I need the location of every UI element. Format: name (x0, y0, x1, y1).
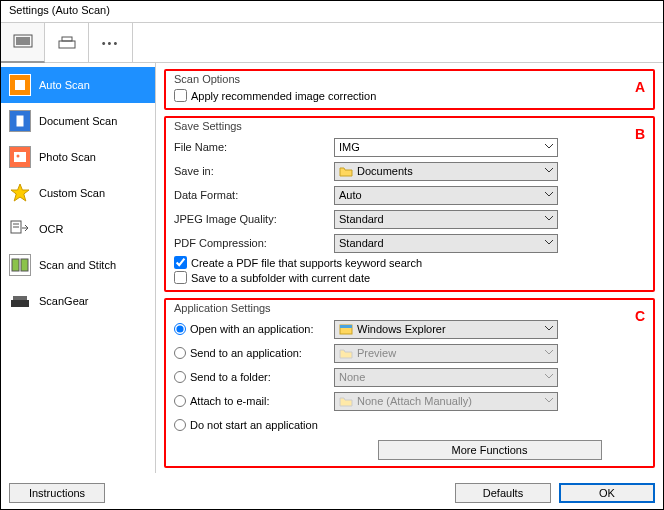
open-with-value: Windows Explorer (357, 323, 446, 335)
send-folder-select[interactable]: None (334, 368, 558, 387)
apply-correction-checkbox[interactable] (174, 89, 187, 102)
svg-rect-2 (59, 41, 75, 48)
send-folder-radio[interactable] (174, 371, 186, 383)
scan-options-legend: Scan Options (174, 73, 240, 85)
svg-rect-3 (62, 37, 72, 41)
chevron-down-icon (544, 165, 554, 175)
footer: Instructions Defaults OK (9, 483, 655, 503)
send-folder-label: Send to a folder: (190, 371, 271, 383)
sidebar-item-document-scan[interactable]: Document Scan (1, 103, 155, 139)
sidebar-item-label: ScanGear (39, 295, 89, 307)
open-with-label: Open with an application: (190, 323, 314, 335)
chevron-down-icon (544, 395, 554, 405)
save-in-label: Save in: (174, 165, 334, 177)
data-format-label: Data Format: (174, 189, 334, 201)
sidebar-item-auto-scan[interactable]: Auto Scan (1, 67, 155, 103)
pdf-compression-label: PDF Compression: (174, 237, 334, 249)
svg-rect-6 (14, 152, 26, 162)
keyword-search-checkbox[interactable] (174, 256, 187, 269)
jpeg-quality-select[interactable]: Standard (334, 210, 558, 229)
scangear-icon (9, 290, 31, 312)
toolbar-tab-source[interactable] (1, 23, 45, 63)
sidebar-item-photo-scan[interactable]: Photo Scan (1, 139, 155, 175)
ellipsis-icon: ••• (102, 37, 120, 49)
sidebar-item-label: Auto Scan (39, 79, 90, 91)
folder-icon (339, 348, 353, 359)
application-settings-group: Application Settings C Open with an appl… (164, 298, 655, 468)
ok-button[interactable]: OK (559, 483, 655, 503)
sidebar-item-label: Photo Scan (39, 151, 96, 163)
pdf-compression-select[interactable]: Standard (334, 234, 558, 253)
chevron-down-icon (544, 347, 554, 357)
ocr-icon (9, 218, 31, 240)
attach-email-value: None (Attach Manually) (357, 395, 472, 407)
jpeg-quality-label: JPEG Image Quality: (174, 213, 334, 225)
settings-window: Settings (Auto Scan) ••• Auto Scan Docu (0, 0, 664, 510)
document-scan-icon (9, 110, 31, 132)
pdf-compression-value: Standard (339, 237, 384, 249)
sidebar-item-scan-stitch[interactable]: Scan and Stitch (1, 247, 155, 283)
toolbar-tab-printer[interactable] (45, 23, 89, 63)
sidebar-item-custom-scan[interactable]: Custom Scan (1, 175, 155, 211)
file-name-label: File Name: (174, 141, 334, 153)
explorer-icon (339, 324, 353, 335)
svg-rect-4 (15, 80, 25, 90)
jpeg-quality-value: Standard (339, 213, 384, 225)
chevron-down-icon (544, 371, 554, 381)
data-format-select[interactable]: Auto (334, 186, 558, 205)
send-app-radio[interactable] (174, 347, 186, 359)
app-settings-legend: Application Settings (174, 302, 271, 314)
svg-rect-17 (340, 325, 352, 328)
folder-icon (339, 396, 353, 407)
sidebar: Auto Scan Document Scan Photo Scan Custo… (1, 63, 156, 473)
svg-rect-1 (16, 37, 30, 45)
send-app-select[interactable]: Preview (334, 344, 558, 363)
open-with-radio[interactable] (174, 323, 186, 335)
sidebar-item-ocr[interactable]: OCR (1, 211, 155, 247)
svg-rect-5 (16, 115, 24, 127)
sidebar-item-label: OCR (39, 223, 63, 235)
attach-email-label: Attach to e-mail: (190, 395, 269, 407)
send-app-value: Preview (357, 347, 396, 359)
file-name-value: IMG (339, 141, 360, 153)
printer-icon (57, 35, 77, 51)
toolbar: ••• (1, 23, 663, 63)
stitch-icon (9, 254, 31, 276)
svg-marker-8 (11, 184, 29, 201)
do-not-start-label: Do not start an application (190, 419, 318, 431)
attach-email-select[interactable]: None (Attach Manually) (334, 392, 558, 411)
data-format-value: Auto (339, 189, 362, 201)
content-panel: Scan Options A Apply recommended image c… (156, 63, 663, 473)
folder-icon (339, 166, 353, 177)
auto-scan-icon (9, 74, 31, 96)
keyword-search-label: Create a PDF file that supports keyword … (191, 257, 422, 269)
monitor-icon (13, 34, 33, 50)
defaults-button[interactable]: Defaults (455, 483, 551, 503)
svg-rect-13 (21, 259, 28, 271)
sidebar-item-label: Custom Scan (39, 187, 105, 199)
scan-options-group: Scan Options A Apply recommended image c… (164, 69, 655, 110)
save-in-select[interactable]: Documents (334, 162, 558, 181)
annotation-a: A (635, 79, 645, 95)
chevron-down-icon (544, 213, 554, 223)
apply-correction-label: Apply recommended image correction (191, 90, 376, 102)
subfolder-checkbox[interactable] (174, 271, 187, 284)
file-name-select[interactable]: IMG (334, 138, 558, 157)
instructions-button[interactable]: Instructions (9, 483, 105, 503)
sidebar-item-label: Document Scan (39, 115, 117, 127)
toolbar-tab-more[interactable]: ••• (89, 23, 133, 63)
chevron-down-icon (544, 189, 554, 199)
do-not-start-radio[interactable] (174, 419, 186, 431)
open-with-select[interactable]: Windows Explorer (334, 320, 558, 339)
attach-email-radio[interactable] (174, 395, 186, 407)
svg-point-7 (17, 155, 20, 158)
sidebar-item-scangear[interactable]: ScanGear (1, 283, 155, 319)
more-functions-button[interactable]: More Functions (378, 440, 602, 460)
chevron-down-icon (544, 237, 554, 247)
send-app-label: Send to an application: (190, 347, 302, 359)
annotation-c: C (635, 308, 645, 324)
sidebar-item-label: Scan and Stitch (39, 259, 116, 271)
chevron-down-icon (544, 323, 554, 333)
send-folder-value: None (339, 371, 365, 383)
save-in-value: Documents (357, 165, 413, 177)
